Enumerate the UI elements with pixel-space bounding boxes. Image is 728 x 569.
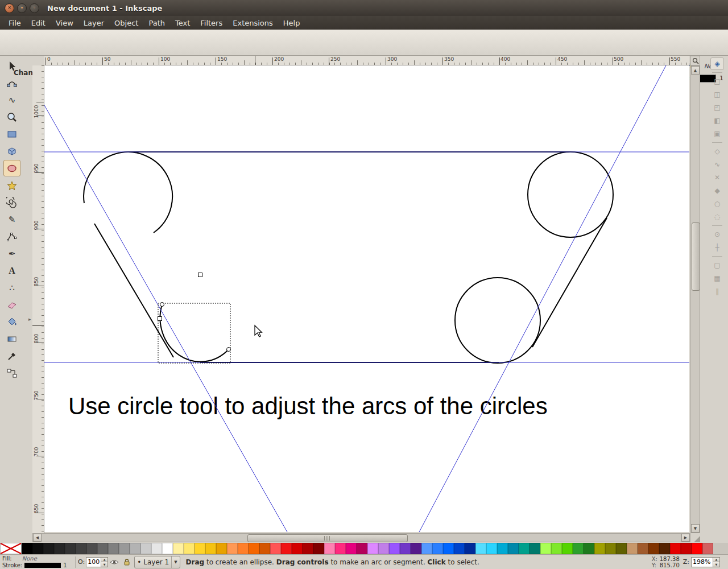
- snap-path-intersections-button[interactable]: ✕: [710, 171, 724, 184]
- palette-swatch[interactable]: [195, 543, 205, 554]
- zoom-spin-arrows[interactable]: ▲▼: [713, 557, 720, 567]
- palette-swatch[interactable]: [486, 543, 497, 554]
- palette-swatch[interactable]: [86, 543, 97, 554]
- palette-swatch[interactable]: [465, 543, 475, 554]
- zoom-input[interactable]: [691, 557, 713, 567]
- palette-swatch[interactable]: [519, 543, 530, 554]
- palette-swatch[interactable]: [627, 543, 638, 554]
- palette-swatch[interactable]: [594, 543, 605, 554]
- layer-lock-toggle[interactable]: [121, 556, 133, 568]
- spiral-tool[interactable]: [3, 194, 20, 211]
- menu-help[interactable]: Help: [278, 17, 305, 29]
- palette-swatch[interactable]: [108, 543, 119, 554]
- palette-swatch[interactable]: [162, 543, 173, 554]
- palette-swatch[interactable]: [313, 543, 324, 554]
- fill-stroke-indicator[interactable]: Fill: None Stroke: 1: [0, 555, 73, 569]
- menu-path[interactable]: Path: [143, 17, 170, 29]
- snap-bbox-corners-button[interactable]: ◰: [710, 101, 724, 114]
- palette-swatch[interactable]: [648, 543, 659, 554]
- scroll-down-button[interactable]: ▼: [691, 524, 700, 533]
- palette-swatch[interactable]: [400, 543, 411, 554]
- no-color-swatch[interactable]: [0, 543, 22, 554]
- scroll-right-button[interactable]: ▶: [681, 534, 690, 542]
- palette-swatch[interactable]: [692, 543, 702, 554]
- snap-object-centers-button[interactable]: ⊙: [710, 228, 724, 241]
- palette-swatch[interactable]: [681, 543, 692, 554]
- 3d-box-tool[interactable]: [3, 143, 20, 159]
- snap-grid-button[interactable]: ▦: [710, 272, 724, 284]
- toolbox-overflow-arrow[interactable]: ▸: [28, 316, 31, 322]
- snap-path-button[interactable]: ∿: [710, 158, 724, 171]
- palette-swatch[interactable]: [659, 543, 670, 554]
- menu-file[interactable]: File: [3, 17, 26, 29]
- snap-cusp-nodes-button[interactable]: ◆: [710, 184, 724, 197]
- scroll-up-button[interactable]: ▲: [691, 66, 700, 75]
- palette-swatch[interactable]: [702, 543, 713, 554]
- palette-swatch[interactable]: [238, 543, 249, 554]
- snap-guides-button[interactable]: ∥: [710, 285, 724, 298]
- palette-swatch[interactable]: [454, 543, 465, 554]
- palette-swatch[interactable]: [173, 543, 184, 554]
- node-editor-tool[interactable]: [3, 75, 20, 91]
- vertical-scrollbar[interactable]: ▲ ▼: [690, 65, 700, 533]
- stroke-color-swatch[interactable]: [24, 563, 61, 568]
- palette-swatch[interactable]: [389, 543, 400, 554]
- selector-tool[interactable]: [3, 57, 20, 74]
- arc-start-handle[interactable]: [160, 303, 164, 307]
- snap-midpoints-button[interactable]: ◌: [710, 211, 724, 223]
- palette-swatch[interactable]: [378, 543, 389, 554]
- palette-swatch[interactable]: [432, 543, 443, 554]
- fill-value[interactable]: None: [22, 555, 37, 562]
- star-tool[interactable]: [3, 177, 20, 193]
- snap-smooth-nodes-button[interactable]: ○: [710, 197, 724, 210]
- snap-page-border-button[interactable]: ▢: [710, 259, 724, 271]
- diagonal-guide-right[interactable]: [419, 65, 666, 532]
- palette-swatch[interactable]: [130, 543, 140, 554]
- resize-grip[interactable]: [690, 533, 700, 542]
- menu-extensions[interactable]: Extensions: [228, 17, 278, 29]
- menu-object[interactable]: Object: [109, 17, 143, 29]
- dropper-tool[interactable]: [3, 348, 20, 364]
- rx-handle[interactable]: [158, 317, 162, 321]
- gradient-tool[interactable]: [3, 331, 20, 347]
- palette-swatch[interactable]: [65, 543, 76, 554]
- palette-swatch[interactable]: [367, 543, 378, 554]
- palette-swatch[interactable]: [303, 543, 313, 554]
- palette-swatch[interactable]: [605, 543, 616, 554]
- palette-swatch[interactable]: [551, 543, 562, 554]
- snap-bounding-box-button[interactable]: □: [710, 75, 724, 88]
- opacity-input[interactable]: [86, 557, 101, 567]
- text-tool[interactable]: A: [3, 262, 20, 279]
- titlebar[interactable]: ✕ ▾ ◦ New document 1 - Inkscape: [0, 0, 728, 16]
- palette-swatch[interactable]: [140, 543, 151, 554]
- horizontal-scrollbar-thumb[interactable]: [247, 534, 408, 542]
- palette-swatch[interactable]: [497, 543, 508, 554]
- pencil-tool[interactable]: ✎: [3, 211, 20, 228]
- snap-bbox-edges-button[interactable]: ◫: [710, 88, 724, 101]
- palette-swatch[interactable]: [638, 543, 648, 554]
- snap-rotation-centers-button[interactable]: ┼: [710, 241, 724, 254]
- bezier-pen-tool[interactable]: [3, 228, 20, 245]
- vertical-scrollbar-thumb[interactable]: [692, 222, 700, 291]
- palette-swatch[interactable]: [43, 543, 54, 554]
- snap-bbox-centers-button[interactable]: ▣: [710, 127, 724, 140]
- paint-bucket-tool[interactable]: [3, 314, 20, 330]
- palette-swatch[interactable]: [573, 543, 584, 554]
- palette-swatch[interactable]: [584, 543, 594, 554]
- zoom-corner-button[interactable]: [690, 56, 700, 65]
- palette-swatch[interactable]: [443, 543, 454, 554]
- current-layer-dropdown[interactable]: • Layer 1 ▼: [134, 556, 180, 568]
- ry-handle[interactable]: [198, 273, 202, 277]
- snap-nodes-button[interactable]: ◇: [710, 145, 724, 158]
- tweak-tool[interactable]: ∿: [3, 92, 20, 108]
- palette-swatch[interactable]: [97, 543, 108, 554]
- palette-swatch[interactable]: [216, 543, 227, 554]
- palette-swatch[interactable]: [324, 543, 335, 554]
- palette-swatch[interactable]: [530, 543, 540, 554]
- palette-swatch[interactable]: [616, 543, 627, 554]
- horizontal-scrollbar[interactable]: ◀ ▶: [32, 533, 690, 542]
- snap-bbox-edge-midpoints-button[interactable]: ◧: [710, 114, 724, 127]
- window-minimize-button[interactable]: ▾: [17, 3, 27, 13]
- menu-view[interactable]: View: [51, 17, 78, 29]
- canvas[interactable]: Use circle tool to adjust the arcs of th…: [44, 65, 689, 532]
